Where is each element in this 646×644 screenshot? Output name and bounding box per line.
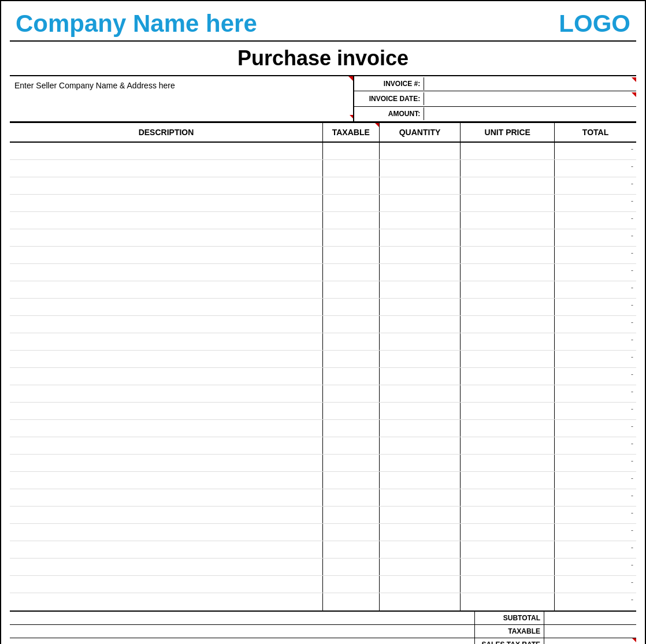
row-description[interactable] [10, 177, 323, 194]
row-unit-price[interactable] [461, 593, 555, 611]
table-row[interactable]: - [10, 472, 636, 489]
row-description[interactable] [10, 576, 323, 593]
row-unit-price[interactable] [461, 420, 555, 437]
row-description[interactable] [10, 212, 323, 229]
row-taxable[interactable] [323, 385, 380, 402]
amount-value[interactable] [424, 107, 636, 120]
row-taxable[interactable] [323, 472, 380, 489]
row-unit-price[interactable] [461, 177, 555, 194]
row-description[interactable] [10, 524, 323, 541]
row-unit-price[interactable] [461, 281, 555, 298]
table-row[interactable]: - [10, 316, 636, 333]
row-description[interactable] [10, 247, 323, 263]
row-taxable[interactable] [323, 212, 380, 229]
row-unit-price[interactable] [461, 160, 555, 177]
row-taxable[interactable] [323, 195, 380, 211]
row-taxable[interactable] [323, 541, 380, 558]
row-description[interactable] [10, 195, 323, 211]
row-description[interactable] [10, 472, 323, 489]
row-unit-price[interactable] [461, 489, 555, 506]
sales-tax-rate-value[interactable] [544, 638, 636, 644]
row-unit-price[interactable] [461, 143, 555, 159]
row-unit-price[interactable] [461, 212, 555, 229]
row-unit-price[interactable] [461, 299, 555, 315]
row-description[interactable] [10, 507, 323, 523]
row-quantity[interactable] [380, 524, 461, 541]
row-description[interactable] [10, 264, 323, 281]
row-description[interactable] [10, 368, 323, 385]
table-row[interactable]: - [10, 437, 636, 455]
invoice-date-value[interactable] [424, 92, 636, 105]
row-quantity[interactable] [380, 351, 461, 367]
row-quantity[interactable] [380, 333, 461, 350]
row-taxable[interactable] [323, 177, 380, 194]
row-unit-price[interactable] [461, 455, 555, 471]
row-unit-price[interactable] [461, 351, 555, 367]
table-row[interactable]: - [10, 247, 636, 264]
row-description[interactable] [10, 351, 323, 367]
row-unit-price[interactable] [461, 264, 555, 281]
row-taxable[interactable] [323, 333, 380, 350]
row-quantity[interactable] [380, 455, 461, 471]
table-row[interactable]: - [10, 333, 636, 351]
table-row[interactable]: - [10, 195, 636, 212]
table-row[interactable]: - [10, 489, 636, 507]
row-description[interactable] [10, 281, 323, 298]
row-quantity[interactable] [380, 195, 461, 211]
table-row[interactable]: - [10, 281, 636, 299]
row-taxable[interactable] [323, 576, 380, 593]
table-row[interactable]: - [10, 368, 636, 385]
row-taxable[interactable] [323, 229, 380, 246]
table-row[interactable]: - [10, 212, 636, 229]
table-row[interactable]: - [10, 229, 636, 247]
row-taxable[interactable] [323, 143, 380, 159]
row-quantity[interactable] [380, 385, 461, 402]
table-row[interactable]: - [10, 524, 636, 541]
row-description[interactable] [10, 420, 323, 437]
table-row[interactable]: - [10, 455, 636, 472]
table-row[interactable]: - [10, 160, 636, 177]
row-unit-price[interactable] [461, 195, 555, 211]
row-quantity[interactable] [380, 403, 461, 419]
row-unit-price[interactable] [461, 368, 555, 385]
row-description[interactable] [10, 385, 323, 402]
row-unit-price[interactable] [461, 576, 555, 593]
row-quantity[interactable] [380, 299, 461, 315]
company-name[interactable]: Company Name here [16, 10, 257, 38]
row-quantity[interactable] [380, 247, 461, 263]
row-taxable[interactable] [323, 420, 380, 437]
table-row[interactable]: - [10, 299, 636, 316]
invoice-number-value[interactable] [424, 77, 636, 90]
row-unit-price[interactable] [461, 541, 555, 558]
row-description[interactable] [10, 455, 323, 471]
row-description[interactable] [10, 333, 323, 350]
row-description[interactable] [10, 541, 323, 558]
row-taxable[interactable] [323, 160, 380, 177]
row-quantity[interactable] [380, 160, 461, 177]
row-unit-price[interactable] [461, 524, 555, 541]
row-taxable[interactable] [323, 507, 380, 523]
row-description[interactable] [10, 160, 323, 177]
row-quantity[interactable] [380, 229, 461, 246]
row-description[interactable] [10, 316, 323, 333]
row-unit-price[interactable] [461, 316, 555, 333]
row-quantity[interactable] [380, 507, 461, 523]
row-taxable[interactable] [323, 489, 380, 506]
row-taxable[interactable] [323, 524, 380, 541]
row-unit-price[interactable] [461, 472, 555, 489]
row-quantity[interactable] [380, 212, 461, 229]
row-taxable[interactable] [323, 593, 380, 611]
row-description[interactable] [10, 143, 323, 159]
row-unit-price[interactable] [461, 333, 555, 350]
table-row[interactable]: - [10, 143, 636, 160]
row-quantity[interactable] [380, 541, 461, 558]
row-quantity[interactable] [380, 316, 461, 333]
row-taxable[interactable] [323, 455, 380, 471]
row-quantity[interactable] [380, 576, 461, 593]
subtotal-value[interactable] [544, 612, 636, 624]
row-quantity[interactable] [380, 420, 461, 437]
row-taxable[interactable] [323, 316, 380, 333]
row-description[interactable] [10, 559, 323, 575]
row-description[interactable] [10, 403, 323, 419]
row-unit-price[interactable] [461, 229, 555, 246]
